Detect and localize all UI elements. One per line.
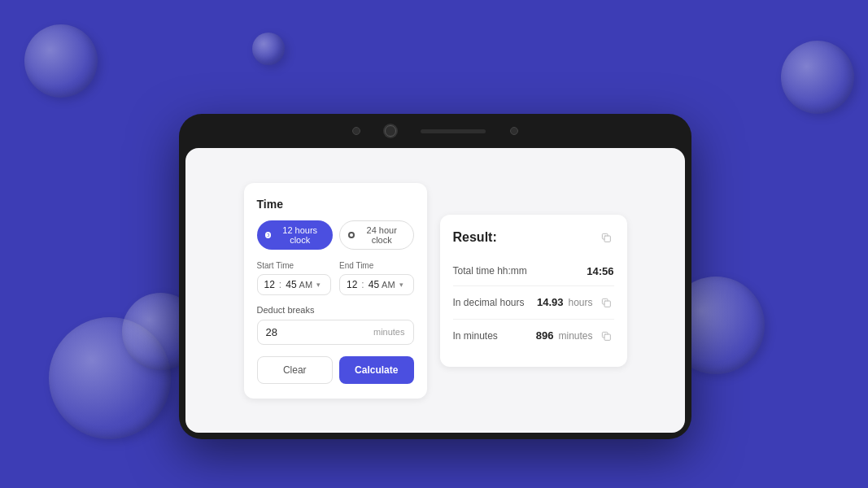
total-time-right: 14:56 [587,265,613,277]
end-sep: : [361,279,364,290]
total-time-label: Total time hh:mm [453,265,527,277]
24-hour-clock-label: 24 hour clock [359,225,405,245]
12-hour-clock-label: 12 hours clock [275,225,325,245]
clear-button[interactable]: Clear [257,356,334,384]
radio-dot-active [265,232,271,238]
12-hour-clock-button[interactable]: 12 hours clock [257,220,334,250]
tablet-screen: Time 12 hours clock 24 hour clock Start … [185,148,685,433]
camera-left-icon [352,127,360,135]
start-time-label: Start Time [257,261,332,270]
start-hours: 12 [264,279,275,290]
mic-bar [421,129,486,133]
result-row-decimal: In decimal hours 14.93 hours [453,286,614,320]
decimal-hours-unit: hours [568,297,592,308]
result-panel: Result: Total time hh:mm 14:56 In decima… [440,215,627,367]
time-inputs-row: Start Time 12 : 45 AM ▾ End Time 12 : 45 [257,261,414,295]
end-ampm: AM [382,280,395,290]
camera-right-icon [510,127,518,135]
result-title: Result: [453,230,497,245]
end-time-label: End Time [339,261,414,270]
svg-rect-0 [604,236,610,242]
minutes-label: In minutes [453,330,498,342]
end-time-group: End Time 12 : 45 AM ▾ [339,261,414,295]
start-time-group: Start Time 12 : 45 AM ▾ [257,261,332,295]
start-chevron-icon: ▾ [316,281,321,289]
copy-all-button[interactable] [598,229,614,246]
result-row-minutes: In minutes 896 minutes [453,320,614,352]
deduct-breaks-input[interactable]: 28 minutes [257,320,414,345]
bubble-2 [252,33,285,65]
start-time-select[interactable]: 12 : 45 AM ▾ [257,274,332,295]
decimal-hours-label: In decimal hours [453,297,525,308]
decimal-hours-right: 14.93 hours [537,294,614,311]
total-time-value: 14:56 [587,265,613,277]
deduct-breaks-label: Deduct breaks [257,305,414,315]
time-calculator-panel: Time 12 hours clock 24 hour clock Start … [244,183,427,399]
start-sep: : [279,279,281,290]
24-hour-clock-button[interactable]: 24 hour clock [339,220,413,250]
bubble-1 [24,24,98,98]
start-ampm: AM [299,280,313,290]
action-buttons: Clear Calculate [257,356,414,384]
copy-minutes-button[interactable] [598,328,614,344]
svg-rect-2 [604,334,610,340]
end-hours: 12 [347,279,357,290]
calculate-button[interactable]: Calculate [339,356,414,384]
start-minutes: 45 [286,279,296,290]
clock-toggle-group: 12 hours clock 24 hour clock [257,220,414,250]
radio-dot-inactive [348,232,354,238]
panel-title: Time [257,198,414,211]
minutes-unit: minutes [558,330,592,342]
deduct-breaks-value: 28 [266,326,373,338]
decimal-hours-value: 14.93 [537,296,564,308]
end-time-select[interactable]: 12 : 45 AM ▾ [339,274,414,295]
tablet-frame: Time 12 hours clock 24 hour clock Start … [179,114,691,439]
result-header: Result: [453,229,614,246]
minutes-right: 896 minutes [536,328,614,344]
svg-rect-1 [604,301,610,307]
deduct-breaks-unit: minutes [373,327,405,337]
minutes-value: 896 [536,329,554,342]
copy-decimal-button[interactable] [598,294,614,311]
tablet-top-bar [179,114,691,148]
end-minutes: 45 [369,279,379,290]
camera-center-icon [385,125,396,137]
end-chevron-icon: ▾ [399,281,403,289]
result-row-total: Total time hh:mm 14:56 [453,257,614,286]
bubble-3 [781,41,854,114]
